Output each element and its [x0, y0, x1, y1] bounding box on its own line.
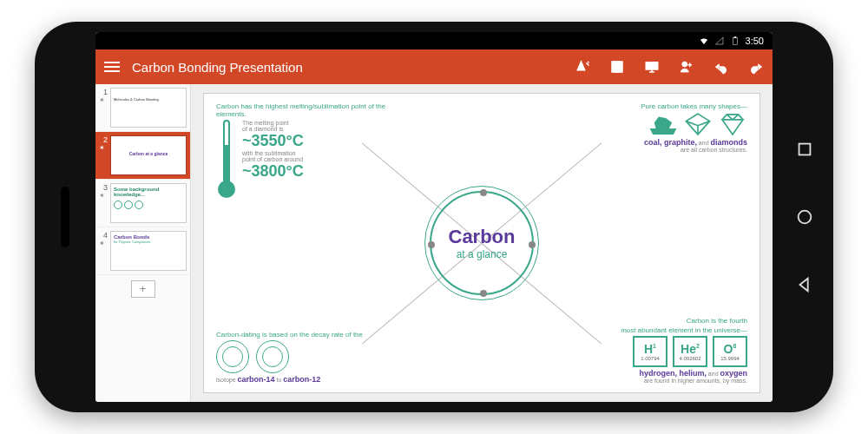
- svg-rect-3: [734, 37, 736, 38]
- slide-preview: Organic Chemistry Molecules & Carbon Bon…: [110, 88, 187, 128]
- quadrant-abundance: Carbon is the fourth most abundant eleme…: [565, 317, 747, 384]
- slide-thumb-3[interactable]: 3 ✶ Some background knowledge...: [95, 180, 190, 227]
- status-bar: 3:50: [95, 32, 773, 49]
- recents-icon[interactable]: [795, 140, 814, 159]
- menu-icon[interactable]: [104, 62, 120, 72]
- element-tile: H11.00794: [633, 336, 667, 367]
- atom-icon: [256, 340, 289, 373]
- svg-rect-0: [799, 144, 811, 155]
- android-nav: [795, 140, 814, 294]
- text-format-icon[interactable]: [575, 59, 590, 75]
- transition-icon: ✶: [99, 96, 108, 104]
- share-icon[interactable]: [679, 59, 694, 75]
- slide-preview: Some background knowledge...: [110, 183, 187, 223]
- presentation-title: Carbon Bonding Presentation: [132, 60, 562, 75]
- slide-thumb-2[interactable]: 2 ✶ Carbon at a glance: [95, 132, 190, 180]
- plus-icon: +: [131, 280, 155, 298]
- toolbar: [575, 59, 764, 75]
- transition-icon: ✶: [99, 144, 108, 152]
- element-tile: O815.9994: [713, 336, 747, 367]
- slide-number: 2: [99, 135, 108, 144]
- svg-point-1: [799, 211, 812, 224]
- quadrant-shapes: Pure carbon takes many shapes— coal, gra…: [565, 102, 747, 153]
- quadrant-melting-point: Carbon has the highest melting/sublimati…: [216, 102, 398, 198]
- svg-rect-2: [733, 38, 737, 45]
- svg-rect-6: [615, 68, 620, 72]
- diamond-icon: [718, 112, 747, 136]
- redo-icon[interactable]: [748, 59, 764, 75]
- save-icon[interactable]: [609, 59, 625, 75]
- status-time: 3:50: [746, 36, 764, 46]
- transition-icon: ✶: [99, 192, 108, 200]
- coal-icon: [648, 112, 678, 136]
- app-screen: 3:50 Carbon Bonding Presentation 1 ✶: [95, 32, 773, 402]
- slide-panel: 1 ✶ Organic Chemistry Molecules & Carbon…: [95, 84, 191, 402]
- phone-speaker: [61, 187, 69, 247]
- slide-number: 4: [99, 231, 108, 240]
- svg-rect-7: [646, 62, 658, 69]
- phone-frame: 3:50 Carbon Bonding Presentation 1 ✶: [35, 22, 833, 412]
- present-icon[interactable]: [644, 59, 660, 75]
- signal-icon: [714, 36, 725, 46]
- add-slide[interactable]: +: [95, 275, 190, 303]
- svg-rect-5: [614, 62, 619, 65]
- center-title: Carbon: [449, 226, 516, 248]
- transition-icon: ✶: [99, 240, 108, 247]
- battery-icon: [730, 36, 740, 46]
- slide-canvas[interactable]: Carbon at a glance Carbon has the highes…: [191, 84, 773, 402]
- quadrant-carbon-dating: Carbon-dating is based on the decay rate…: [216, 331, 398, 384]
- slide-number: 3: [99, 183, 108, 192]
- thermometer-icon: [216, 120, 237, 198]
- back-icon[interactable]: [795, 275, 814, 294]
- slide-thumb-1[interactable]: 1 ✶ Organic Chemistry Molecules & Carbon…: [95, 84, 190, 132]
- workspace: 1 ✶ Organic Chemistry Molecules & Carbon…: [95, 84, 773, 402]
- current-slide[interactable]: Carbon at a glance Carbon has the highes…: [203, 93, 760, 393]
- home-icon[interactable]: [795, 207, 814, 227]
- graphite-icon: [683, 112, 713, 136]
- svg-point-8: [682, 62, 687, 67]
- center-subtitle: at a glance: [457, 248, 508, 260]
- app-bar: Carbon Bonding Presentation: [95, 49, 773, 84]
- slide-preview: Carbon at a glance: [110, 135, 187, 175]
- slide-preview: Carbon Bonds for Organic Compounds: [110, 231, 187, 271]
- undo-icon[interactable]: [713, 59, 729, 75]
- slide-thumb-4[interactable]: 4 ✶ Carbon Bonds for Organic Compounds: [95, 227, 190, 275]
- center-circle: Carbon at a glance: [430, 191, 534, 295]
- slide-number: 1: [99, 88, 108, 96]
- wifi-icon: [699, 36, 709, 46]
- atom-icon: [216, 340, 249, 373]
- element-tile: He24.002602: [673, 336, 707, 367]
